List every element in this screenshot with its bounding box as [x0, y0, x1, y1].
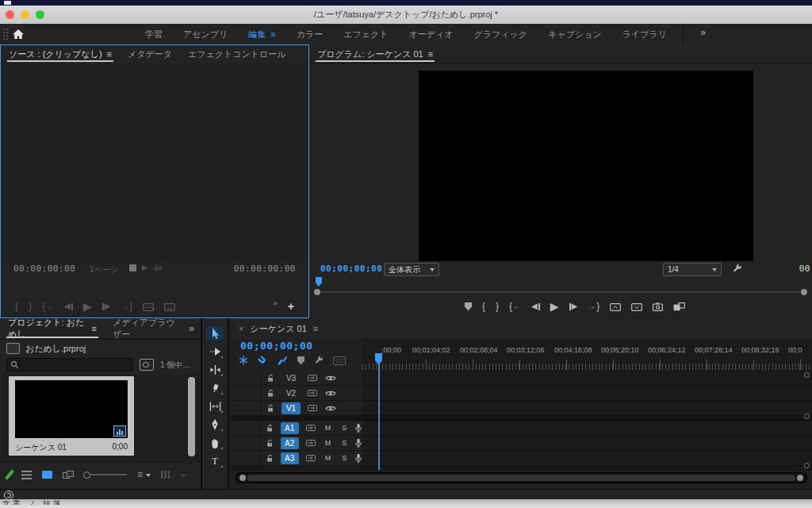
project-item-sequence[interactable]: シーケンス 01 0;00: [9, 376, 134, 456]
source-patch-area[interactable]: [231, 421, 261, 435]
timeline-settings-wrench-icon[interactable]: [314, 356, 324, 365]
workspace-tab-libraries[interactable]: ライブラリ: [612, 29, 677, 40]
go-to-out-button[interactable]: →}: [588, 302, 599, 311]
track-lane-v1[interactable]: [362, 401, 812, 416]
workspace-tab-color[interactable]: カラー: [286, 29, 334, 40]
step-forward-button[interactable]: ▶: [569, 302, 578, 310]
tab-project[interactable]: プロジェクト: おためし≡: [0, 318, 105, 339]
vertical-scroll-handle[interactable]: [804, 414, 810, 419]
search-bin-button[interactable]: [140, 359, 154, 371]
track-output-eye-icon[interactable]: [325, 390, 336, 397]
track-target-a3[interactable]: A3: [281, 452, 299, 464]
track-lane-a1[interactable]: [362, 421, 812, 436]
lock-icon[interactable]: [267, 374, 274, 383]
tool-slip[interactable]: [206, 399, 224, 414]
program-scrollbar[interactable]: [314, 288, 807, 296]
solo-button[interactable]: S: [340, 454, 348, 462]
workspace-tab-editing[interactable]: 編集≡: [238, 29, 285, 40]
vertical-scroll-handle[interactable]: [804, 463, 810, 468]
drag-audio-icon[interactable]: [153, 264, 163, 272]
page-select-thumb-icon[interactable]: [129, 264, 136, 271]
source-patch-area[interactable]: [231, 371, 262, 385]
step-back-button[interactable]: ◀: [64, 302, 73, 310]
drag-video-icon[interactable]: ▶: [142, 264, 147, 271]
lock-icon[interactable]: [266, 454, 274, 463]
lock-icon[interactable]: [267, 389, 274, 398]
mark-in-button[interactable]: {: [15, 302, 18, 311]
panel-menu-icon[interactable]: ≡: [92, 324, 97, 333]
lock-icon[interactable]: [267, 404, 274, 413]
add-marker-icon[interactable]: [297, 356, 304, 365]
tool-ripple-edit[interactable]: [206, 363, 224, 377]
track-lane-a3[interactable]: [362, 451, 812, 466]
zoom-level-select[interactable]: 全体表示: [384, 263, 439, 276]
workspace-tab-assembly[interactable]: アセンブリ: [173, 29, 238, 40]
timeline-horizontal-scrollbar[interactable]: [236, 472, 807, 483]
source-patch-area[interactable]: [231, 451, 261, 465]
mark-out-button[interactable]: }: [29, 302, 32, 311]
thumbnail-zoom-slider[interactable]: [83, 471, 127, 479]
tab-metadata[interactable]: メタデータ: [120, 45, 180, 63]
zoom-out-handle[interactable]: [239, 475, 246, 481]
go-to-in-button[interactable]: {←: [42, 302, 54, 311]
tab-effect-controls[interactable]: エフェクトコントロール: [180, 45, 294, 63]
voiceover-mic-icon[interactable]: [354, 423, 362, 433]
close-icon[interactable]: ×: [239, 324, 243, 333]
tool-razor[interactable]: [206, 381, 224, 395]
mark-out-button[interactable]: }: [496, 302, 499, 311]
scrollbar-right-handle[interactable]: [801, 289, 807, 295]
workspace-tab-effects[interactable]: エフェクト: [333, 29, 398, 40]
tool-track-forward-selection[interactable]: [206, 344, 224, 359]
source-page-select[interactable]: 1ページ: [90, 264, 118, 275]
insert-icon[interactable]: [143, 302, 154, 311]
playback-resolution-select[interactable]: 1/4: [663, 263, 722, 276]
project-file-row[interactable]: おためし.prproj: [6, 342, 86, 355]
tool-pen[interactable]: [206, 418, 224, 432]
sync-lock-icon[interactable]: [306, 439, 316, 447]
solo-button[interactable]: S: [340, 424, 348, 432]
add-marker-button[interactable]: [465, 302, 472, 311]
mute-button[interactable]: M: [324, 454, 332, 462]
voiceover-mic-icon[interactable]: [354, 438, 362, 448]
snap-magnet-icon[interactable]: [256, 354, 270, 368]
tab-media-browser[interactable]: メディアブラウザー: [105, 318, 189, 339]
sort-button[interactable]: ≡: [137, 469, 151, 480]
slider-handle[interactable]: [83, 471, 90, 479]
search-box[interactable]: [6, 358, 133, 371]
source-patch-area[interactable]: [231, 436, 261, 450]
export-frame-button[interactable]: [653, 302, 663, 311]
tool-hand[interactable]: [206, 436, 224, 450]
go-to-out-button[interactable]: →}: [121, 302, 132, 311]
freeform-view-button[interactable]: [63, 471, 73, 479]
solo-button[interactable]: S: [340, 439, 348, 447]
search-input[interactable]: [19, 360, 117, 370]
timeline-current-timecode[interactable]: 00;00;00;00: [240, 340, 313, 352]
tab-source[interactable]: ソース : (クリップなし)≡: [1, 45, 120, 63]
settings-wrench-icon[interactable]: [732, 264, 742, 274]
program-current-timecode[interactable]: 00;00;00;00: [320, 264, 382, 274]
track-target-a1[interactable]: A1: [281, 422, 299, 434]
step-back-button[interactable]: ◀: [531, 302, 540, 310]
track-lane-v2[interactable]: [362, 386, 812, 401]
sync-lock-icon[interactable]: [308, 389, 317, 397]
linked-selection-icon[interactable]: [277, 356, 288, 365]
mark-in-button[interactable]: {: [482, 302, 485, 311]
play-button[interactable]: ▶: [550, 301, 559, 312]
sync-lock-icon[interactable]: [306, 424, 316, 432]
track-target-v2[interactable]: V2: [282, 387, 301, 399]
panel-menu-icon[interactable]: ≡: [313, 324, 318, 333]
overwrite-icon[interactable]: [164, 302, 175, 311]
filter-bins-button[interactable]: [161, 471, 170, 479]
list-view-button[interactable]: [21, 471, 32, 479]
timeline-ruler[interactable]: ;00;00 00;01;04;02 00;02;08;04 00;03;12;…: [362, 339, 812, 371]
lift-button[interactable]: [610, 302, 621, 311]
timeline-tab-sequence[interactable]: シーケンス 01: [250, 323, 306, 335]
tool-type[interactable]: T: [206, 454, 224, 468]
workspace-tab-learning[interactable]: 学習: [135, 29, 173, 40]
source-patch-area[interactable]: [231, 386, 262, 400]
panel-menu-icon[interactable]: ≡: [428, 49, 433, 59]
panel-menu-icon[interactable]: ≡: [107, 49, 112, 59]
captions-toggle-icon[interactable]: CC: [333, 356, 346, 365]
voiceover-mic-icon[interactable]: [354, 453, 362, 463]
play-button[interactable]: ▶: [83, 301, 92, 312]
